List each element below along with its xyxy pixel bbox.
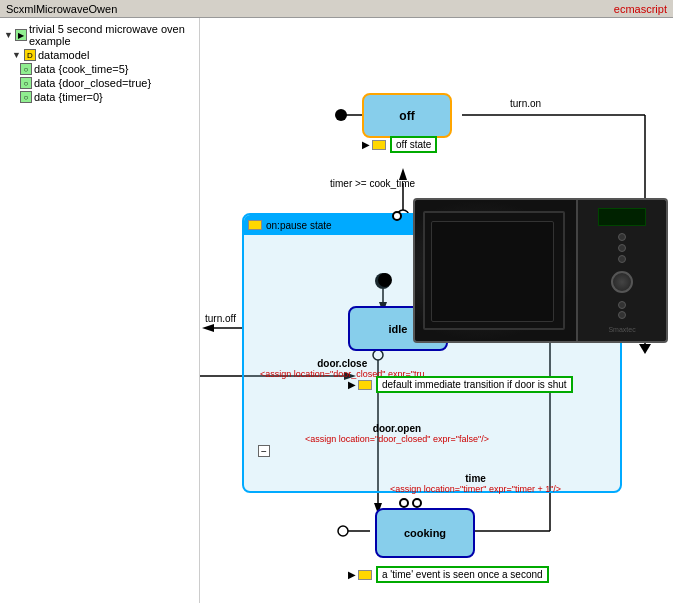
panel-btn-3 xyxy=(618,255,626,263)
state-cooking-label: cooking xyxy=(404,527,446,539)
tree-datamodel-label: datamodel xyxy=(38,49,89,61)
svg-marker-5 xyxy=(639,344,651,354)
panel-btn-4 xyxy=(618,301,626,309)
door-open-label: door.open <assign location="door_closed"… xyxy=(305,423,489,444)
panel-btn-2 xyxy=(618,244,626,252)
tree-data-3[interactable]: ○ data {timer=0} xyxy=(20,90,195,104)
tree-data-label-3: data {timer=0} xyxy=(34,91,103,103)
turn-on-label: turn.on xyxy=(510,98,541,109)
microwave-panel: Smaxtec xyxy=(578,200,666,341)
tree-data-1[interactable]: ○ data {cook_time=5} xyxy=(20,62,195,76)
on-state-header-label: on:pause state xyxy=(266,220,332,231)
cooking-circle-2 xyxy=(412,498,422,508)
default-immediate-bar: ▶ default immediate transition if door i… xyxy=(348,376,573,393)
tree-expand-root[interactable]: ▼ xyxy=(4,30,13,40)
on-state-header-icon xyxy=(248,220,262,230)
timer-cond-label: timer >= cook_time xyxy=(330,178,415,189)
off-state-label-bar: ▶ off state xyxy=(362,136,437,153)
minus-icon: − xyxy=(258,445,270,457)
diagram-area: off ▶ off state turn.on timer >= cook_ti… xyxy=(200,18,673,603)
time-event-status: a 'time' event is seen once a second xyxy=(376,566,549,583)
default-imm-icon xyxy=(358,380,372,390)
time-event-icon xyxy=(358,570,372,580)
tree-datamodel-icon: D xyxy=(24,49,36,61)
tree-panel: ▼ ▶ trivial 5 second microwave oven exam… xyxy=(0,18,200,603)
panel-btn-5 xyxy=(618,311,626,319)
off-state-status: off state xyxy=(390,136,437,153)
panel-dial xyxy=(611,271,633,293)
tree-root[interactable]: ▼ ▶ trivial 5 second microwave oven exam… xyxy=(4,22,195,48)
door-open-assign: <assign location="door_closed" expr="fal… xyxy=(305,434,489,444)
tree-data-2[interactable]: ○ data {door_closed=true} xyxy=(20,76,195,90)
time-assign: <assign location="timer" expr="timer + 1… xyxy=(390,484,561,494)
microwave-image: Smaxtec xyxy=(413,198,668,343)
tree-data-icon-1: ○ xyxy=(20,63,32,75)
time-label: time <assign location="timer" expr="time… xyxy=(390,473,561,494)
state-cooking[interactable]: cooking xyxy=(375,508,475,558)
tree-root-label: trivial 5 second microwave oven example xyxy=(29,23,195,47)
main-container: ▼ ▶ trivial 5 second microwave oven exam… xyxy=(0,18,673,603)
cooking-circle-1 xyxy=(399,498,409,508)
tree-data-icon-3: ○ xyxy=(20,91,32,103)
off-state-icon xyxy=(372,140,386,150)
brand-label: Smaxtec xyxy=(608,326,635,333)
lang-label: ecmascript xyxy=(614,3,667,15)
arrow-right-icon2: ▶ xyxy=(348,379,356,390)
panel-btn-1 xyxy=(618,233,626,241)
state-off[interactable]: off xyxy=(362,93,452,138)
tree-data-icon-2: ○ xyxy=(20,77,32,89)
time-event-bar: ▶ a 'time' event is seen once a second xyxy=(348,566,549,583)
title-bar: ScxmlMicrowaveOwen ecmascript xyxy=(0,0,673,18)
arrow-right-icon: ▶ xyxy=(362,139,370,150)
microwave-body: Smaxtec xyxy=(415,200,666,341)
svg-point-2 xyxy=(335,109,347,121)
turn-off-label: turn.off xyxy=(205,313,236,324)
window-title: ScxmlMicrowaveOwen xyxy=(6,3,117,15)
on-initial-dot xyxy=(378,273,392,287)
svg-marker-18 xyxy=(202,324,214,332)
idle-circle-2 xyxy=(392,211,402,221)
default-imm-status: default immediate transition if door is … xyxy=(376,376,573,393)
tree-data-label-1: data {cook_time=5} xyxy=(34,63,129,75)
state-off-label: off xyxy=(399,109,414,123)
tree-datamodel[interactable]: ▼ D datamodel xyxy=(12,48,195,62)
tree-root-icon: ▶ xyxy=(15,29,27,41)
panel-display xyxy=(598,208,646,226)
svg-point-26 xyxy=(338,526,348,536)
tree-expand-datamodel[interactable]: ▼ xyxy=(12,50,22,60)
state-idle-label: idle xyxy=(389,323,408,335)
arrow-right-icon3: ▶ xyxy=(348,569,356,580)
microwave-door xyxy=(415,200,578,341)
tree-data-label-2: data {door_closed=true} xyxy=(34,77,151,89)
